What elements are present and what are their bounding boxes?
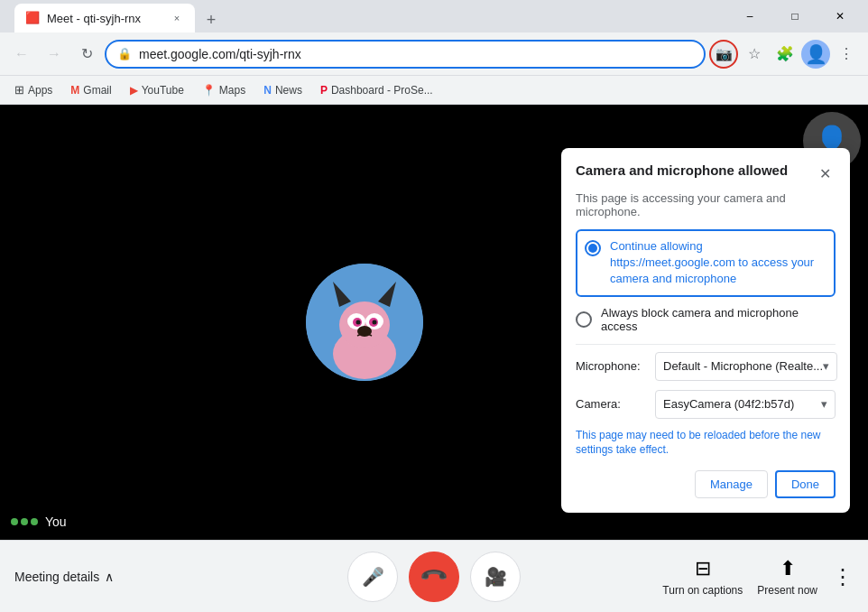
- meeting-details-chevron: ∧: [105, 570, 114, 584]
- popup-title: Camera and microphone allowed: [576, 162, 788, 178]
- microphone-value: Default - Microphone (Realte...: [663, 359, 823, 373]
- news-label: News: [275, 84, 302, 97]
- address-bar: ← → ↻ 🔒 meet.google.com/qti-syjh-rnx 📷 ☆…: [0, 32, 868, 76]
- apps-label: Apps: [28, 84, 52, 97]
- news-icon: N: [263, 84, 272, 97]
- captions-icon: ⊟: [695, 557, 711, 580]
- profile-avatar[interactable]: 👤: [801, 40, 830, 69]
- camera-select[interactable]: EasyCamera (04f2:b57d) ▾: [655, 390, 836, 419]
- lock-icon: 🔒: [117, 47, 132, 60]
- manage-button[interactable]: Manage: [695, 470, 768, 498]
- apps-icon: ⊞: [14, 83, 24, 97]
- tab-favicon: 🟥: [25, 11, 40, 25]
- title-bar: 🟥 Meet - qti-syjh-rnx × + – □ ✕: [0, 0, 868, 32]
- popup-close-button[interactable]: ✕: [814, 162, 836, 184]
- active-tab[interactable]: 🟥 Meet - qti-syjh-rnx ×: [14, 4, 195, 32]
- dashboard-label: Dashboard - ProSe...: [331, 84, 433, 97]
- more-options-button[interactable]: ⋮: [832, 564, 854, 589]
- mic-button[interactable]: 🎤: [347, 552, 398, 602]
- popup-header: Camera and microphone allowed ✕: [576, 162, 836, 184]
- present-label: Present now: [757, 584, 817, 597]
- svg-point-9: [356, 320, 361, 325]
- popup-note: This page may need to be reloaded before…: [576, 428, 836, 459]
- right-controls: ⊟ Turn on captions ⬆ Present now ⋮: [662, 557, 854, 597]
- microphone-dropdown-arrow: ▾: [823, 359, 829, 373]
- bookmark-gmail[interactable]: M Gmail: [63, 79, 118, 101]
- block-option[interactable]: Always block camera and microphone acces…: [576, 306, 836, 333]
- camera-dropdown-arrow: ▾: [821, 397, 827, 411]
- maximize-button[interactable]: □: [774, 4, 816, 29]
- close-button[interactable]: ✕: [819, 4, 861, 29]
- main-content: 👤 You ⋯ You Camera and microphone allowe…: [0, 105, 868, 540]
- address-input[interactable]: 🔒 meet.google.com/qti-syjh-rnx: [105, 40, 706, 69]
- window-controls: – □ ✕: [729, 4, 861, 29]
- bookmark-youtube[interactable]: ▶ YouTube: [123, 79, 191, 101]
- present-icon: ⬆: [780, 557, 796, 580]
- meeting-details-label: Meeting details: [14, 570, 99, 584]
- allow-option-text: Continue allowing https://meet.google.co…: [610, 238, 826, 288]
- reload-button[interactable]: ↻: [72, 40, 101, 69]
- maps-icon: 📍: [202, 84, 216, 97]
- minimize-button[interactable]: –: [729, 4, 771, 29]
- participant-name-label: You: [45, 515, 67, 529]
- controls-bar: Meeting details ∧ 🎤 📞 🎥 ⊟ Turn on captio…: [0, 540, 868, 612]
- forward-button[interactable]: →: [40, 40, 69, 69]
- popup-divider: [576, 344, 836, 345]
- bookmark-maps[interactable]: 📍 Maps: [195, 79, 253, 101]
- camera-value: EasyCamera (04f2:b57d): [663, 397, 821, 411]
- back-button[interactable]: ←: [7, 40, 36, 69]
- allow-radio[interactable]: [585, 240, 601, 256]
- svg-point-10: [373, 320, 377, 325]
- done-button[interactable]: Done: [775, 470, 836, 498]
- block-radio[interactable]: [576, 311, 592, 328]
- center-controls: 🎤 📞 🎥: [347, 552, 521, 602]
- captions-label: Turn on captions: [662, 584, 743, 597]
- bookmarks-bar: ⊞ Apps M Gmail ▶ YouTube 📍 Maps N News P…: [0, 76, 868, 105]
- status-bar: You: [11, 515, 67, 529]
- captions-control[interactable]: ⊟ Turn on captions: [662, 557, 743, 597]
- present-control[interactable]: ⬆ Present now: [757, 557, 817, 597]
- popup-subtitle: This page is accessing your camera and m…: [576, 191, 836, 218]
- bookmark-apps[interactable]: ⊞ Apps: [7, 79, 60, 101]
- tab-title: Meet - qti-syjh-rnx: [47, 12, 162, 25]
- pinterest-icon: P: [320, 84, 328, 97]
- video-button[interactable]: 🎥: [470, 552, 521, 602]
- participant-avatar: [306, 264, 423, 381]
- toolbar-icons: 📷 ☆ 🧩 👤 ⋮: [709, 40, 861, 69]
- popup-actions: Manage Done: [576, 470, 836, 498]
- camera-label: Camera:: [576, 397, 648, 411]
- meeting-details[interactable]: Meeting details ∧: [14, 570, 114, 584]
- maps-label: Maps: [219, 84, 245, 97]
- microphone-select[interactable]: Default - Microphone (Realte... ▾: [655, 352, 837, 381]
- gmail-icon: M: [70, 84, 79, 97]
- status-dots: [11, 518, 38, 525]
- bookmark-news[interactable]: N News: [256, 79, 309, 101]
- microphone-label: Microphone:: [576, 359, 648, 373]
- camera-field-row: Camera: EasyCamera (04f2:b57d) ▾: [576, 390, 836, 419]
- youtube-icon: ▶: [130, 84, 138, 97]
- more-menu-button[interactable]: ⋮: [832, 40, 861, 69]
- camera-toolbar-icon[interactable]: 📷: [709, 40, 738, 69]
- tab-close-button[interactable]: ×: [170, 11, 184, 25]
- bookmark-dashboard[interactable]: P Dashboard - ProSe...: [313, 79, 440, 101]
- url-text: meet.google.com/qti-syjh-rnx: [139, 47, 693, 61]
- block-option-text: Always block camera and microphone acces…: [601, 306, 836, 333]
- bookmark-button[interactable]: ☆: [740, 40, 769, 69]
- end-call-button[interactable]: 📞: [398, 541, 469, 612]
- camera-popup: Camera and microphone allowed ✕ This pag…: [561, 148, 850, 513]
- extensions-button[interactable]: 🧩: [771, 40, 799, 69]
- allow-option[interactable]: Continue allowing https://meet.google.co…: [576, 229, 836, 297]
- new-tab-button[interactable]: +: [199, 7, 224, 32]
- youtube-label: YouTube: [142, 84, 184, 97]
- gmail-label: Gmail: [83, 84, 111, 97]
- microphone-field-row: Microphone: Default - Microphone (Realte…: [576, 352, 836, 381]
